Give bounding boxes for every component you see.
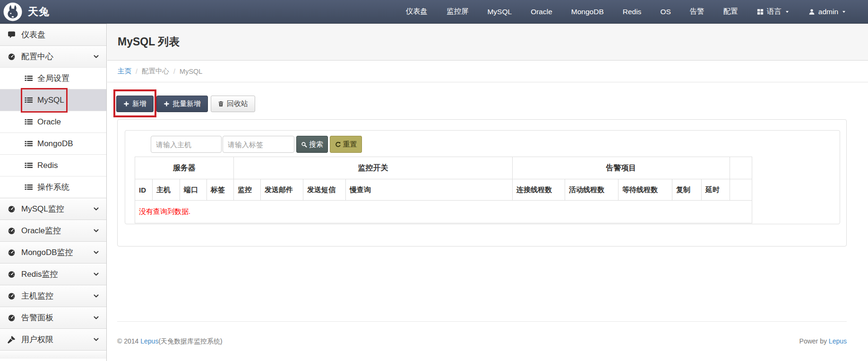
dashboard-icon: [8, 314, 16, 322]
sidebar-item-label: Redis监控: [21, 269, 58, 280]
add-button-label: 新增: [132, 99, 146, 108]
sidebar-item-label: 配置中心: [21, 51, 53, 62]
grid-icon: [757, 9, 764, 15]
nav-item-alarm[interactable]: 告警: [680, 0, 714, 24]
sidebar-item-config-center[interactable]: 配置中心: [0, 45, 106, 67]
nav-item-mysql[interactable]: MySQL: [478, 0, 521, 24]
sidebar-item-global-settings[interactable]: 全局设置: [0, 67, 106, 89]
chevron-down-icon: [93, 206, 99, 212]
lepus-rabbit-logo: [3, 2, 22, 21]
table-column-header: 慢查询: [346, 179, 513, 201]
batch-add-button[interactable]: 批量新增: [156, 96, 208, 112]
nav-item-dashboard[interactable]: 仪表盘: [396, 0, 437, 24]
caret-down-icon: [785, 9, 790, 14]
brand[interactable]: 天兔: [0, 2, 50, 21]
nav-item-redis[interactable]: Redis: [613, 0, 651, 24]
nav-item-label: MongoDB: [571, 8, 604, 16]
table-column-header: 连接线程数: [513, 179, 565, 201]
sidebar-item-oracle-monitor[interactable]: Oracle监控: [0, 220, 106, 241]
sidebar-item-redis[interactable]: Redis: [0, 154, 106, 176]
search-button[interactable]: 搜索: [296, 136, 328, 153]
nav-item-admin[interactable]: admin: [799, 0, 856, 24]
table-group-header: 服务器: [135, 157, 234, 179]
lepus-link[interactable]: Lepus: [829, 337, 847, 345]
page-header: MySQL 列表: [107, 24, 868, 61]
nav-item-label: Oracle: [531, 8, 552, 16]
table-column-header: ID: [135, 179, 153, 201]
chevron-down-icon: [93, 336, 99, 343]
nav-item-label: Redis: [623, 8, 642, 16]
sidebar-item-mongodb[interactable]: MongoDB: [0, 132, 106, 154]
nav-item-monitor-screen[interactable]: 监控屏: [437, 0, 478, 24]
search-form: 搜索 重置: [151, 136, 362, 153]
lepus-link[interactable]: Lepus: [140, 337, 158, 345]
sidebar-item-os[interactable]: 操作系统: [0, 176, 106, 198]
nav-item-os[interactable]: OS: [651, 0, 680, 24]
sidebar-item-label: 告警面板: [21, 312, 53, 323]
sidebar-item-label: Oracle监控: [21, 225, 61, 236]
breadcrumb-item-1[interactable]: 主页: [118, 67, 131, 76]
sidebar-item-host-monitor[interactable]: 主机监控: [0, 285, 106, 307]
footer-powered-by: Power by Lepus: [799, 337, 847, 346]
search-button-label: 搜索: [309, 140, 323, 149]
dashboard-icon: [8, 292, 16, 300]
sidebar-item-label: MySQL: [37, 96, 64, 105]
recycle-bin-button[interactable]: 回收站: [211, 96, 255, 112]
table-column-header: 端口: [180, 179, 207, 201]
sidebar-item-redis-monitor[interactable]: Redis监控: [0, 263, 106, 285]
dashboard-icon: [8, 205, 16, 213]
plus-icon: [163, 101, 170, 107]
sidebar-item-alarm-panel[interactable]: 告警面板: [0, 307, 106, 328]
list-icon: [25, 74, 33, 82]
nav-item-label: 语言: [767, 7, 782, 17]
sidebar-item-mongodb-monitor[interactable]: MongoDB监控: [0, 241, 106, 263]
sidebar-item-user-privileges[interactable]: 用户权限: [0, 328, 106, 350]
toolbar: 新增 批量新增 回收站: [116, 96, 255, 112]
table-column-header: 发送邮件: [261, 179, 303, 201]
nav-item-label: 告警: [690, 7, 705, 17]
sidebar-item-label: 主机监控: [21, 291, 53, 301]
refresh-icon: [335, 141, 341, 148]
breadcrumb-item-3: MySQL: [180, 68, 202, 75]
add-button[interactable]: 新增: [116, 96, 154, 112]
sidebar-item-oracle[interactable]: Oracle: [0, 111, 106, 132]
sidebar-item-label: MySQL监控: [21, 203, 64, 214]
nav-item-oracle[interactable]: Oracle: [521, 0, 562, 24]
navbar: 天兔 仪表盘监控屏MySQLOracleMongoDBRedisOS告警配置语言…: [0, 0, 868, 24]
mysql-table: 服务器监控开关告警项目 ID主机端口标签监控发送邮件发送短信慢查询连接线程数活动…: [135, 157, 752, 223]
plus-icon: [123, 101, 129, 107]
sidebar-item-label: 仪表盘: [21, 29, 45, 40]
dashboard-icon: [8, 53, 16, 61]
nav-item-mongodb[interactable]: MongoDB: [562, 0, 613, 24]
reset-button[interactable]: 重置: [330, 136, 362, 153]
list-icon: [25, 183, 33, 191]
page-title: MySQL 列表: [118, 35, 180, 49]
sidebar-item-dashboard[interactable]: 仪表盘: [0, 24, 106, 45]
nav-item-config[interactable]: 配置: [714, 0, 748, 24]
table-column-header: 复制: [672, 179, 702, 201]
nav-item-label: 监控屏: [447, 7, 469, 17]
host-search-input[interactable]: [151, 136, 222, 153]
list-icon: [25, 118, 33, 126]
tag-search-input[interactable]: [223, 136, 294, 153]
nav-item-label: admin: [818, 8, 838, 16]
chevron-down-icon: [93, 249, 99, 255]
list-icon: [25, 140, 33, 148]
sidebar-item-mysql-monitor[interactable]: MySQL监控: [0, 198, 106, 220]
chevron-down-icon: [93, 315, 99, 321]
trash-icon: [218, 101, 224, 107]
table-column-header: 延时: [702, 179, 730, 201]
table-group-header: [730, 157, 752, 179]
sidebar-item-label: Redis: [37, 161, 58, 170]
batch-add-button-label: 批量新增: [172, 99, 201, 108]
copyright-suffix: (天兔数据库监控系统): [158, 337, 222, 345]
sidebar-item-label: Oracle: [37, 117, 61, 127]
copyright-prefix: © 2014: [117, 337, 140, 345]
breadcrumb-item-2: 配置中心: [142, 67, 169, 76]
footer-copyright: © 2014 Lepus(天兔数据库监控系统): [117, 337, 223, 346]
empty-message: 没有查询到数据.: [139, 207, 190, 215]
nav-item-language[interactable]: 语言: [748, 0, 799, 24]
sidebar-item-mysql[interactable]: MySQL: [0, 89, 106, 111]
table-empty-row: 没有查询到数据.: [135, 201, 752, 223]
sidebar-bottom-strip: [0, 350, 106, 359]
